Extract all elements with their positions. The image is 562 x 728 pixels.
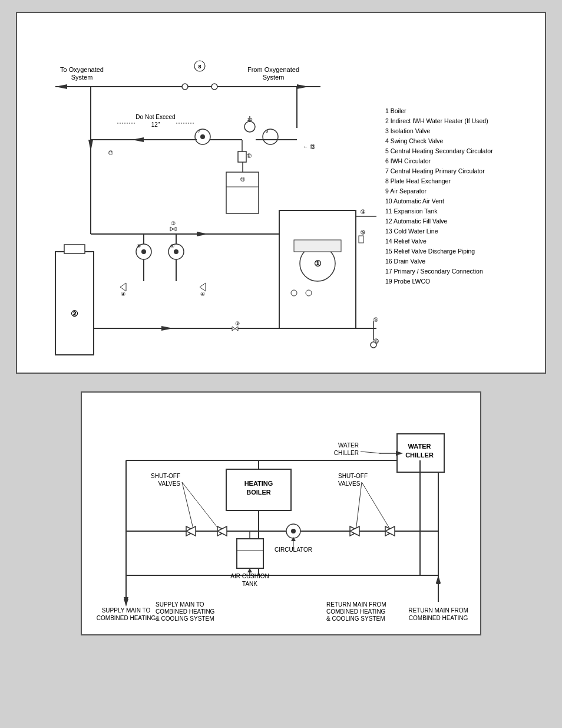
supply-main-full1: SUPPLY MAIN TO — [156, 601, 204, 608]
supply-main-full2: COMBINED HEATING — [156, 608, 215, 615]
label-12: ⑫ — [247, 153, 252, 159]
diagram2-container: WATER CHILLER WATER CHILLER HEATING BOIL… — [81, 391, 481, 635]
to-oxygenated-label: To Oxygenated — [60, 66, 104, 73]
water-chiller-arrow-label: WATER — [338, 442, 359, 449]
boiler-number: ① — [314, 259, 322, 268]
svg-text:9: 9 — [266, 129, 269, 134]
label-17: ⑰ — [108, 150, 113, 156]
heating-boiler-label1: HEATING — [244, 480, 273, 487]
legend-10: 10 Automatic Air Vent — [385, 197, 444, 205]
do-not-exceed-label: Do Not Exceed — [135, 114, 175, 120]
svg-point-15 — [200, 134, 205, 139]
svg-rect-36 — [359, 236, 363, 243]
return-main-full3: & COOLING SYSTEM — [326, 615, 385, 622]
legend-6: 6 IWH Circulator — [385, 157, 431, 164]
from-oxygenated-label2: System — [263, 74, 285, 81]
legend-17: 17 Primary / Secondary Connection — [385, 268, 483, 275]
label-3-bottom: ③ — [235, 321, 240, 327]
svg-text:7: 7 — [198, 129, 201, 134]
return-main-label2: COMBINED HEATING — [409, 615, 468, 621]
legend-7: 7 Central Heating Primary Circulator — [385, 167, 485, 174]
diagram2: WATER CHILLER WATER CHILLER HEATING BOIL… — [91, 401, 474, 625]
return-main-label1: RETURN MAIN FROM — [408, 607, 468, 614]
water-chiller-label1: WATER — [408, 443, 431, 450]
legend-2: 2 Indirect IWH Water Heater (If Used) — [385, 117, 488, 124]
legend-14: 14 Relief Valve — [385, 238, 427, 245]
legend-3: 3 Isolation Valve — [385, 127, 430, 134]
supply-main-label1: SUPPLY MAIN TO — [102, 607, 151, 614]
label-4-left: ④ — [121, 291, 125, 297]
legend-1: 1 Boiler — [385, 107, 406, 114]
from-oxygenated-label: From Oxygenated — [247, 66, 299, 73]
legend-12: 12 Automatic Fill Valve — [385, 218, 448, 225]
legend-13: 13 Cold Water Line — [385, 228, 438, 235]
legend-19: 19 Probe LWCO — [385, 278, 430, 285]
legend-15: 15 Relief Valve Discharge Piping — [385, 248, 475, 255]
legend-5: 5 Central Heating Secondary Circulator — [385, 147, 493, 154]
to-oxygenated-label2: System — [71, 74, 93, 81]
label-6: ⑥ — [137, 243, 141, 249]
return-main-full1: RETURN MAIN FROM — [326, 601, 386, 608]
diagram2-svg: WATER CHILLER WATER CHILLER HEATING BOIL… — [91, 401, 474, 625]
legend-4: 4 Swing Check Valve — [385, 137, 444, 144]
expansion-tank-inner: ⑪ — [240, 177, 245, 182]
svg-rect-50 — [55, 252, 94, 355]
twelve-inch-label: 12" — [151, 121, 160, 128]
label-13: ← ⑬ — [303, 144, 315, 150]
shutoff-valves-left-label2: VALVES — [158, 480, 181, 487]
svg-point-90 — [291, 529, 296, 533]
svg-rect-32 — [294, 240, 341, 252]
label-14: ⑭ — [361, 209, 365, 215]
svg-point-5 — [211, 84, 217, 90]
svg-rect-51 — [64, 245, 85, 253]
return-main-full2: COMBINED HEATING — [326, 608, 386, 615]
svg-rect-94 — [237, 539, 263, 568]
air-cushion-label2: TANK — [242, 581, 257, 587]
label-15: ⑮ — [373, 317, 378, 322]
shutoff-valves-right-label2: VALVES — [338, 480, 361, 487]
svg-point-4 — [182, 84, 188, 90]
svg-point-41 — [141, 249, 146, 254]
svg-point-43 — [174, 249, 178, 254]
legend-11: 11 Expansion Tank — [385, 207, 438, 215]
water-chiller-arrow-label2: CHILLER — [334, 450, 359, 456]
label-5: ⑤ — [170, 243, 174, 249]
svg-point-33 — [291, 290, 297, 296]
legend-9: 9 Air Separator — [385, 187, 427, 195]
svg-point-34 — [306, 290, 312, 296]
diagram1-container: To Oxygenated System From Oxygenated Sys… — [16, 12, 546, 374]
svg-point-56 — [371, 342, 376, 348]
label-19: ⑲ — [361, 230, 365, 235]
diagram1: To Oxygenated System From Oxygenated Sys… — [26, 22, 538, 364]
iwh-number: ② — [71, 309, 78, 318]
shutoff-valves-right-label1: SHUT-OFF — [338, 473, 368, 479]
label-4-right: ④ — [200, 291, 205, 297]
svg-point-16 — [244, 121, 255, 132]
label-3-top: ③ — [171, 220, 176, 226]
supply-main-label2: COMBINED HEATING — [97, 615, 156, 621]
legend-8: 8 Plate Heat Exchanger — [385, 177, 451, 185]
water-chiller-label2: CHILLER — [405, 452, 434, 459]
heating-boiler-label2: BOILER — [246, 489, 271, 496]
legend-16: 16 Drain Valve — [385, 258, 425, 265]
svg-text:8: 8 — [198, 64, 201, 70]
supply-main-full3: & COOLING SYSTEM — [156, 615, 214, 622]
shutoff-valves-left-label1: SHUT-OFF — [151, 473, 180, 479]
diagram1-svg: To Oxygenated System From Oxygenated Sys… — [26, 22, 538, 364]
svg-rect-25 — [238, 151, 246, 162]
